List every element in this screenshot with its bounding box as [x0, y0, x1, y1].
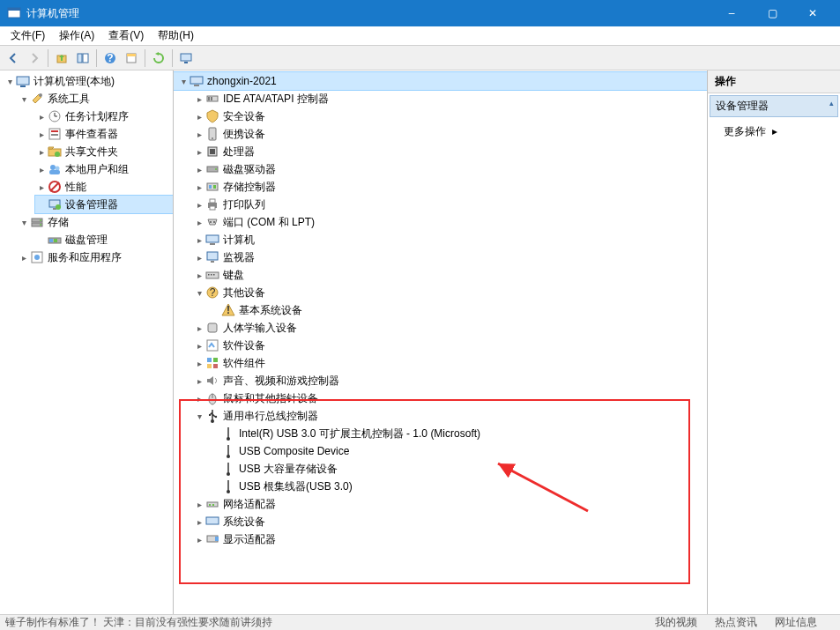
cat-ide[interactable]: ▸IDE ATA/ATAPI 控制器: [174, 90, 707, 107]
expand-icon[interactable]: ▸: [193, 165, 205, 174]
expand-icon[interactable]: ▸: [193, 182, 205, 192]
refresh-button[interactable]: [149, 48, 168, 68]
up-button[interactable]: [52, 48, 71, 68]
menu-file[interactable]: 文件(F): [4, 26, 52, 45]
svg-rect-62: [213, 274, 215, 276]
minimize-button[interactable]: –: [711, 0, 752, 26]
collapse-icon[interactable]: ▾: [193, 411, 205, 421]
console-tree[interactable]: ▾ 计算机管理(本地) ▾ 系统工具 ▸任务计划程序 ▸事件查看器: [0, 70, 174, 614]
tree-storage[interactable]: ▾ 存储: [18, 213, 173, 231]
cat-diskdrive[interactable]: ▸磁盘驱动器: [174, 160, 707, 178]
cpu-icon: [205, 145, 219, 159]
expand-icon[interactable]: ▸: [35, 130, 48, 139]
show-hide-tree-button[interactable]: [73, 48, 93, 68]
tree-local-users[interactable]: ▸本地用户和组: [35, 160, 173, 178]
tree-task-scheduler[interactable]: ▸任务计划程序: [35, 107, 173, 125]
cat-ports[interactable]: ▸端口 (COM 和 LPT): [174, 213, 707, 231]
properties-button[interactable]: [122, 48, 141, 68]
cat-cpu[interactable]: ▸处理器: [174, 143, 707, 160]
cat-keyboard[interactable]: ▸键盘: [174, 266, 707, 284]
expand-icon[interactable]: ▸: [193, 200, 205, 210]
expand-icon[interactable]: ▸: [193, 500, 205, 509]
svg-rect-52: [210, 206, 215, 210]
collapse-icon[interactable]: ▾: [18, 94, 30, 104]
tree-event-viewer[interactable]: ▸事件查看器: [35, 125, 173, 143]
status-r1[interactable]: 我的视频: [655, 615, 697, 630]
close-button[interactable]: ✕: [792, 0, 833, 26]
expand-icon[interactable]: ▸: [193, 394, 205, 404]
collapse-icon[interactable]: ▾: [18, 218, 30, 227]
tree-disk-mgmt[interactable]: ▸磁盘管理: [35, 231, 173, 248]
action-more[interactable]: 更多操作 ▸: [708, 119, 840, 145]
tree-system-tools[interactable]: ▾ 系统工具: [18, 90, 173, 107]
expand-icon[interactable]: ▸: [193, 323, 205, 333]
cat-software-dev[interactable]: ▸软件设备: [174, 337, 707, 354]
dev-usb-mass[interactable]: ▸USB 大容量存储设备: [174, 460, 707, 478]
expand-icon[interactable]: ▸: [193, 341, 205, 351]
expand-icon[interactable]: ▸: [193, 235, 205, 245]
tree-device-manager[interactable]: ▸设备管理器: [35, 196, 173, 213]
svg-rect-66: [208, 323, 217, 332]
cat-software-comp[interactable]: ▸软件组件: [174, 354, 707, 372]
tree-performance[interactable]: ▸性能: [35, 178, 173, 196]
dev-usb-intel[interactable]: ▸Intel(R) USB 3.0 可扩展主机控制器 - 1.0 (Micros…: [174, 425, 707, 442]
forward-button[interactable]: [25, 48, 44, 68]
expand-icon[interactable]: ▸: [35, 147, 48, 157]
expand-icon[interactable]: ▸: [35, 182, 48, 192]
cat-other[interactable]: ▾?其他设备: [174, 284, 707, 301]
expand-icon[interactable]: ▸: [193, 271, 205, 280]
status-r3[interactable]: 网址信息: [775, 615, 817, 630]
maximize-button[interactable]: ▢: [752, 0, 792, 26]
monitor-button[interactable]: [176, 48, 196, 68]
collapse-icon[interactable]: ▾: [177, 77, 190, 86]
cat-security[interactable]: ▸安全设备: [174, 107, 707, 125]
back-button[interactable]: [4, 48, 23, 68]
cat-usb[interactable]: ▾通用串行总线控制器: [174, 407, 707, 425]
device-root[interactable]: ▾ zhongxin-2021: [174, 72, 707, 90]
expand-icon[interactable]: ▸: [193, 376, 205, 386]
status-text: 锤子制作有标准了！ 天津：目前没有强性要求随前讲须持: [5, 615, 272, 630]
expand-icon[interactable]: ▸: [35, 165, 48, 174]
cat-storage-ctrl[interactable]: ▸存储控制器: [174, 178, 707, 196]
expand-icon[interactable]: ▸: [193, 517, 205, 527]
collapse-icon[interactable]: ▾: [4, 77, 16, 86]
cat-system-dev[interactable]: ▸系统设备: [174, 513, 707, 530]
actions-header: 操作: [708, 70, 840, 93]
expand-icon[interactable]: ▸: [193, 147, 205, 157]
tree-root[interactable]: ▾ 计算机管理(本地): [0, 72, 173, 90]
svg-rect-86: [215, 537, 219, 541]
dev-usb-roothub[interactable]: ▸USB 根集线器(USB 3.0): [174, 478, 707, 495]
tree-shared-folders[interactable]: ▸共享文件夹: [35, 143, 173, 160]
cat-monitor[interactable]: ▸监视器: [174, 248, 707, 266]
cat-portable[interactable]: ▸便携设备: [174, 125, 707, 143]
expand-icon[interactable]: ▸: [193, 218, 205, 227]
status-r2[interactable]: 热点资讯: [715, 615, 757, 630]
actions-section-header[interactable]: 设备管理器: [710, 95, 838, 117]
svg-point-35: [34, 255, 40, 260]
expand-icon[interactable]: ▸: [193, 535, 205, 545]
cat-computer[interactable]: ▸计算机: [174, 231, 707, 248]
menu-action[interactable]: 操作(A): [52, 26, 101, 45]
expand-icon[interactable]: ▸: [35, 112, 48, 122]
menu-help[interactable]: 帮助(H): [151, 26, 201, 45]
svg-point-79: [227, 472, 230, 476]
dev-usb-composite[interactable]: ▸USB Composite Device: [174, 442, 707, 460]
collapse-icon[interactable]: ▾: [193, 288, 205, 298]
tree-services-apps[interactable]: ▸服务和应用程序: [18, 248, 173, 266]
expand-icon[interactable]: ▸: [193, 130, 205, 139]
device-tree[interactable]: ▾ zhongxin-2021 ▸IDE ATA/ATAPI 控制器 ▸安全设备…: [174, 70, 708, 614]
cat-display[interactable]: ▸显示适配器: [174, 530, 707, 548]
menu-view[interactable]: 查看(V): [101, 26, 151, 45]
expand-icon[interactable]: ▸: [193, 94, 205, 104]
expand-icon[interactable]: ▸: [18, 253, 30, 263]
cat-print[interactable]: ▸打印队列: [174, 196, 707, 213]
dev-other-base[interactable]: ▸!基本系统设备: [174, 301, 707, 319]
expand-icon[interactable]: ▸: [193, 253, 205, 263]
help-button[interactable]: ?: [100, 48, 120, 68]
expand-icon[interactable]: ▸: [193, 112, 205, 122]
cat-network[interactable]: ▸网络适配器: [174, 495, 707, 513]
cat-audio[interactable]: ▸声音、视频和游戏控制器: [174, 372, 707, 389]
cat-hid[interactable]: ▸人体学输入设备: [174, 319, 707, 337]
expand-icon[interactable]: ▸: [193, 359, 205, 368]
cat-mouse[interactable]: ▸鼠标和其他指针设备: [174, 389, 707, 407]
